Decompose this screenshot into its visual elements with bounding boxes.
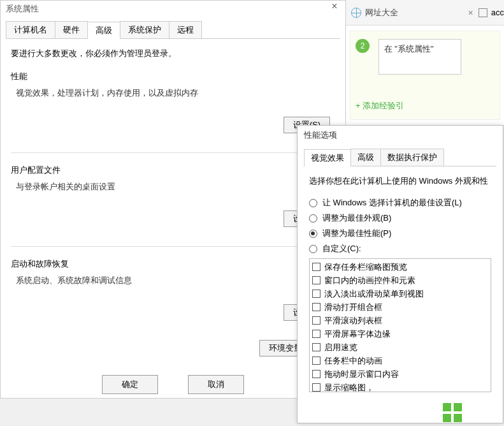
tab-system-protection[interactable]: 系统保护 — [120, 21, 169, 38]
radio-best-appearance[interactable]: 调整为最佳外观(B) — [309, 212, 491, 224]
tab-dep[interactable]: 数据执行保护 — [380, 149, 444, 166]
check-item[interactable]: 平滑屏幕字体边缘 — [312, 327, 488, 341]
visual-effects-content: 选择你想在此计算机上使用的 Windows 外观和性 让 Windows 选择计… — [298, 166, 503, 392]
check-item[interactable]: 滑动打开组合框 — [312, 300, 488, 314]
windows-logo-icon — [443, 403, 462, 422]
radio-icon — [309, 230, 317, 238]
user-profile-title: 用户配置文件 — [11, 165, 335, 176]
tab-advanced-perf[interactable]: 高级 — [350, 149, 381, 166]
tab-hardware[interactable]: 硬件 — [55, 21, 88, 38]
window-title: 系统属性 — [1, 1, 345, 17]
tab-close-icon[interactable]: × — [468, 8, 473, 18]
visual-effects-instruction: 选择你想在此计算机上使用的 Windows 外观和性 — [309, 175, 491, 187]
radio-label: 调整为最佳外观(B) — [322, 212, 391, 224]
dialog-footer: 确定 取消 — [1, 375, 345, 394]
radio-icon — [309, 245, 317, 253]
user-profile-group: 用户配置文件 与登录帐户相关的桌面设置 设置(E) — [11, 165, 335, 227]
radio-custom[interactable]: 自定义(C): — [309, 243, 491, 254]
checkbox-icon — [312, 316, 320, 325]
close-icon[interactable]: × — [328, 1, 342, 13]
check-item[interactable]: 淡入淡出或滑动菜单到视图 — [312, 287, 488, 300]
performance-title: 性能 — [11, 71, 335, 82]
tab-advanced[interactable]: 高级 — [87, 22, 120, 39]
radio-let-windows-choose[interactable]: 让 Windows 选择计算机的最佳设置(L) — [309, 197, 491, 209]
performance-options-tabs: 视觉效果 高级 数据执行保护 — [304, 149, 496, 166]
check-label: 任务栏中的动画 — [324, 354, 382, 367]
radio-best-performance[interactable]: 调整为最佳性能(P) — [309, 228, 491, 239]
performance-options-title: 性能选项 — [298, 126, 503, 145]
check-item[interactable]: 拖动时显示窗口内容 — [312, 367, 488, 381]
checkbox-icon — [312, 303, 320, 311]
divider — [11, 152, 335, 153]
user-profile-desc: 与登录帐户相关的桌面设置 — [16, 181, 335, 193]
radio-label: 让 Windows 选择计算机的最佳设置(L) — [322, 197, 462, 209]
radio-icon — [309, 199, 317, 207]
tab-visual-effects[interactable]: 视觉效果 — [304, 149, 351, 166]
check-item[interactable]: 启用速览 — [312, 341, 488, 354]
divider — [11, 246, 335, 247]
check-label: 平滑滚动列表框 — [324, 314, 382, 327]
checkbox-icon — [312, 276, 320, 284]
check-label: 滑动打开组合框 — [324, 300, 382, 314]
tab-remote[interactable]: 远程 — [169, 21, 202, 38]
check-label: 窗口内的动画控件和元素 — [324, 274, 415, 287]
checkbox-icon — [312, 290, 320, 298]
checkbox-icon — [312, 330, 320, 338]
performance-options-dialog: 性能选项 视觉效果 高级 数据执行保护 选择你想在此计算机上使用的 Window… — [297, 125, 503, 423]
browser-tab-label[interactable]: 网址大全 — [365, 7, 468, 18]
step-text: 在 "系统属性" — [378, 39, 461, 75]
cancel-button[interactable]: 取消 — [188, 375, 244, 394]
system-properties-dialog: 系统属性 × 计算机名 硬件 高级 系统保护 远程 要进行大多数更改，你必须作为… — [0, 0, 346, 399]
admin-note: 要进行大多数更改，你必须作为管理员登录。 — [11, 48, 335, 59]
check-label: 启用速览 — [324, 341, 357, 354]
check-label: 拖动时显示窗口内容 — [324, 367, 399, 381]
performance-desc: 视觉效果，处理器计划，内存使用，以及虚拟内存 — [16, 87, 335, 99]
check-item[interactable]: 窗口内的动画控件和元素 — [312, 274, 488, 287]
new-tab-icon[interactable] — [479, 8, 487, 17]
watermark: Win10 系统之家 — [443, 403, 499, 422]
check-item[interactable]: 任务栏中的动画 — [312, 354, 488, 367]
system-properties-tabs: 计算机名 硬件 高级 系统保护 远程 — [6, 21, 340, 39]
advanced-tab-content: 要进行大多数更改，你必须作为管理员登录。 性能 视觉效果，处理器计划，内存使用，… — [1, 35, 345, 356]
check-label: 平滑屏幕字体边缘 — [324, 327, 391, 341]
check-item[interactable]: 显示缩略图， — [312, 381, 488, 392]
checkbox-icon — [312, 370, 320, 378]
watermark-text: Win10 系统之家 — [466, 404, 499, 422]
visual-effects-checklist: 保存任务栏缩略图预览 窗口内的动画控件和元素 淡入淡出或滑动菜单到视图 滑动打开… — [309, 258, 491, 392]
check-item[interactable]: 平滑滚动列表框 — [312, 314, 488, 327]
tab-computer-name[interactable]: 计算机名 — [6, 21, 55, 38]
check-label: 保存任务栏缩略图预览 — [324, 260, 407, 274]
globe-icon — [351, 8, 361, 18]
step-box: 2 在 "系统属性" + 添加经验引 — [350, 31, 500, 120]
check-label: 淡入淡出或滑动菜单到视图 — [324, 287, 424, 300]
radio-label: 自定义(C): — [322, 243, 361, 254]
step-number-badge: 2 — [356, 39, 370, 53]
startup-group: 启动和故障恢复 系统启动、系统故障和调试信息 设置(T) — [11, 258, 335, 321]
checkbox-icon — [312, 383, 320, 392]
checkbox-icon — [312, 343, 320, 351]
check-label: 显示缩略图， — [324, 381, 374, 392]
startup-title: 启动和故障恢复 — [11, 258, 335, 270]
checkbox-icon — [312, 263, 320, 271]
startup-desc: 系统启动、系统故障和调试信息 — [16, 275, 335, 286]
check-item[interactable]: 保存任务栏缩略图预览 — [312, 260, 488, 274]
performance-group: 性能 视觉效果，处理器计划，内存使用，以及虚拟内存 设置(S) — [11, 71, 335, 133]
ok-button[interactable]: 确定 — [102, 375, 158, 394]
second-tab-label[interactable]: acc — [491, 8, 504, 17]
add-experience-link[interactable]: + 添加经验引 — [356, 100, 404, 112]
radio-icon — [309, 214, 317, 223]
radio-label: 调整为最佳性能(P) — [322, 228, 391, 239]
browser-content: 2 在 "系统属性" + 添加经验引 — [346, 26, 504, 125]
browser-tab-strip: 网址大全 × acc — [346, 0, 504, 26]
checkbox-icon — [312, 356, 320, 365]
